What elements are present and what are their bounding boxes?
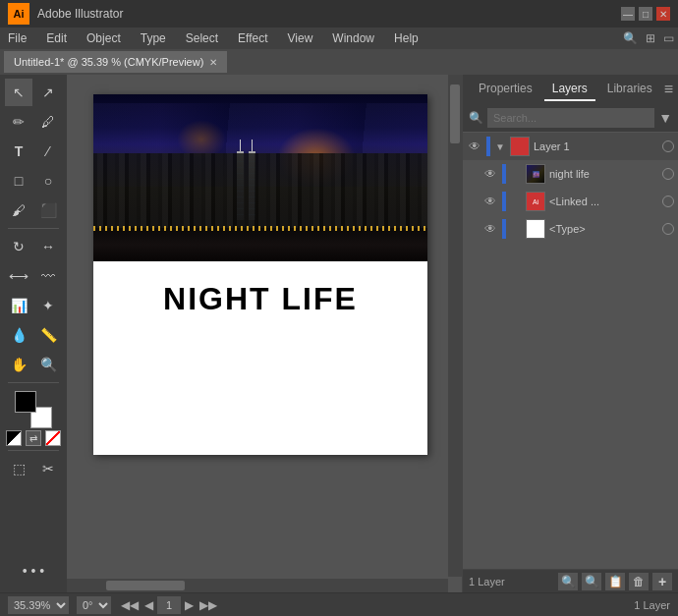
layer-thumbnail	[510, 137, 530, 156]
menu-window[interactable]: Window	[328, 29, 378, 47]
reflect-tool[interactable]: ↔	[34, 233, 62, 260]
search-icon[interactable]: 🔍	[623, 31, 638, 45]
linked-color-bar	[502, 192, 506, 211]
scrollbar-thumb-v[interactable]	[450, 84, 460, 143]
tab-layers[interactable]: Layers	[544, 78, 595, 101]
ellipse-tool[interactable]: ○	[34, 167, 62, 195]
artboard[interactable]: NIGHT LIFE	[93, 94, 427, 455]
eyedropper-tool[interactable]: 💧	[5, 321, 32, 349]
layer-row[interactable]: 👁 ▶ <Type>	[463, 215, 678, 243]
last-page-button[interactable]: ▶▶	[198, 598, 219, 612]
layer-name: Layer 1	[534, 140, 658, 152]
type-name: <Type>	[549, 223, 658, 235]
layer-row[interactable]: 👁 ▼ Layer 1	[463, 133, 678, 160]
line-tool[interactable]: ∕	[34, 138, 62, 165]
toolbar-divider-2	[8, 382, 59, 383]
width-tool[interactable]: ⟷	[5, 262, 32, 290]
panel-icon[interactable]: ▭	[663, 31, 674, 45]
linked-target-circle[interactable]	[662, 196, 674, 207]
layer-visibility-icon[interactable]: 👁	[467, 139, 482, 154]
menu-edit[interactable]: Edit	[42, 29, 71, 47]
prev-page-button[interactable]: ◀	[142, 598, 155, 612]
canvas-content: NIGHT LIFE	[77, 84, 444, 575]
graph-tool[interactable]: 📊	[5, 292, 32, 319]
status-layer-count: 1 Layer	[634, 599, 670, 611]
more-tools-button[interactable]: • • •	[8, 557, 59, 585]
tool-group-width: ⟷ 〰	[5, 262, 62, 290]
slice-tool[interactable]: ✂	[34, 455, 62, 482]
menu-file[interactable]: File	[4, 29, 30, 47]
menu-type[interactable]: Type	[137, 29, 170, 47]
layer-target-circle[interactable]	[662, 140, 674, 152]
swap-colors-icon[interactable]: ⇄	[26, 430, 41, 446]
main-layout: ↖ ↗ ✏ 🖊 T ∕ □ ○ 🖌 ⬛ ↻ ↔ ⟷ 〰 📊 ✦	[0, 75, 678, 592]
maximize-button[interactable]: □	[639, 7, 652, 21]
foreground-color[interactable]	[15, 391, 36, 413]
menu-view[interactable]: View	[284, 29, 317, 47]
none-icon[interactable]	[45, 430, 61, 446]
rotate-tool[interactable]: ↻	[5, 233, 32, 260]
tab-libraries[interactable]: Libraries	[599, 78, 660, 101]
pencil-tool[interactable]: 🖊	[34, 108, 62, 136]
filter-icon[interactable]: ▼	[658, 110, 672, 126]
artboard-whitespace	[93, 337, 427, 455]
tab-close-button[interactable]: ✕	[209, 57, 217, 68]
scrollbar-horizontal[interactable]	[67, 579, 448, 592]
rect-tool[interactable]: □	[5, 167, 32, 195]
next-page-button[interactable]: ▶	[183, 598, 196, 612]
rotation-select[interactable]: 0°	[77, 596, 111, 614]
layers-nav-button[interactable]: 🔍	[582, 573, 601, 590]
workspace-icon[interactable]: ⊞	[646, 31, 655, 45]
artboard-tool[interactable]: ⬚	[5, 455, 32, 482]
layers-delete-button[interactable]: 🗑	[629, 573, 649, 590]
scrollbar-vertical[interactable]	[448, 75, 462, 577]
artboard-image	[93, 94, 427, 261]
zoom-select[interactable]: 35.39%	[8, 596, 69, 614]
menu-object[interactable]: Object	[83, 29, 125, 47]
layers-search-input[interactable]	[487, 108, 654, 128]
layer-row[interactable]: 👁 ▶ 🌆 night life	[463, 160, 678, 188]
symbol-tool[interactable]: ✦	[34, 292, 62, 319]
zoom-tool[interactable]: 🔍	[34, 351, 62, 378]
layers-locate-button[interactable]: 🔍	[558, 573, 578, 590]
sublayer-visibility-icon[interactable]: 👁	[482, 166, 498, 182]
layers-add-button[interactable]: +	[652, 573, 672, 590]
layers-bottom-bar: 1 Layer 🔍 🔍 📋 🗑 +	[463, 569, 678, 592]
sublayer-target-circle[interactable]	[662, 168, 674, 180]
minimize-button[interactable]: —	[621, 7, 635, 21]
warp-tool[interactable]: 〰	[34, 262, 62, 290]
pen-tool[interactable]: ✏	[5, 108, 32, 136]
linked-visibility-icon[interactable]: 👁	[482, 194, 498, 209]
tab-properties[interactable]: Properties	[471, 78, 540, 101]
status-info: 1 Layer	[634, 599, 670, 611]
menu-select[interactable]: Select	[182, 29, 222, 47]
layers-clipboard-button[interactable]: 📋	[605, 573, 625, 590]
type-tool[interactable]: T	[5, 138, 32, 165]
hand-tool[interactable]: ✋	[5, 351, 32, 378]
document-tab[interactable]: Untitled-1* @ 35.39 % (CMYK/Preview) ✕	[4, 51, 227, 73]
app-logo: Ai	[8, 3, 29, 25]
default-colors-icon[interactable]	[6, 430, 22, 446]
page-number-input[interactable]	[157, 596, 181, 614]
measure-tool[interactable]: 📏	[34, 321, 62, 349]
paintbrush-tool[interactable]: 🖌	[5, 196, 32, 224]
blob-brush-tool[interactable]: ⬛	[34, 196, 62, 224]
type-target-circle[interactable]	[662, 223, 674, 235]
left-toolbar: ↖ ↗ ✏ 🖊 T ∕ □ ○ 🖌 ⬛ ↻ ↔ ⟷ 〰 📊 ✦	[0, 75, 67, 592]
layer-expand-icon[interactable]: ▼	[494, 141, 506, 152]
menu-help[interactable]: Help	[390, 29, 423, 47]
close-button[interactable]: ✕	[656, 7, 670, 21]
select-tool[interactable]: ↖	[5, 79, 32, 106]
direct-select-tool[interactable]: ↗	[34, 79, 62, 106]
canvas-area[interactable]: NIGHT LIFE	[67, 75, 462, 592]
menu-effect[interactable]: Effect	[234, 29, 271, 47]
panel-menu-icon[interactable]: ≡	[664, 81, 673, 98]
scrollbar-thumb-h[interactable]	[106, 581, 185, 590]
tool-group-graph: 📊 ✦	[5, 292, 62, 319]
type-visibility-icon[interactable]: 👁	[482, 221, 498, 237]
artboard-text: NIGHT LIFE	[93, 261, 427, 337]
layer-row[interactable]: 👁 ▶ Ai <Linked ...	[463, 188, 678, 215]
first-page-button[interactable]: ◀◀	[119, 598, 141, 612]
window-controls[interactable]: — □ ✕	[621, 7, 670, 21]
window-title: Adobe Illustrator	[37, 7, 123, 21]
